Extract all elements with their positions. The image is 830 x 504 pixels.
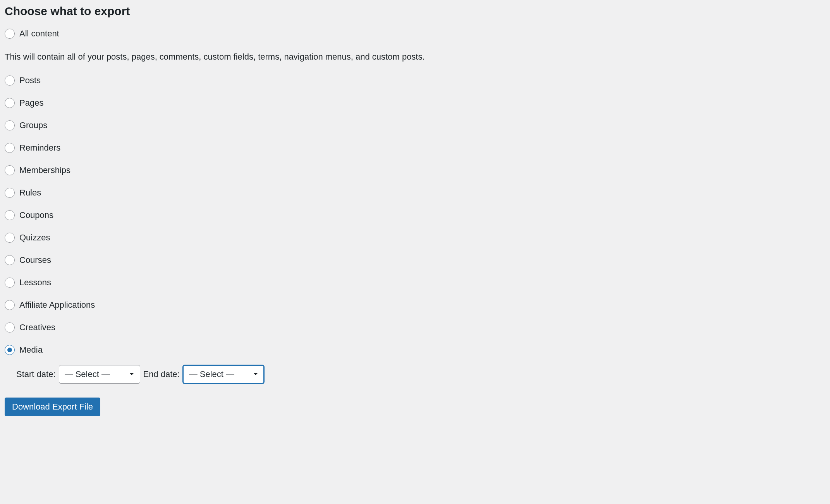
radio-groups[interactable] (5, 120, 15, 130)
radio-row-courses: Courses (5, 255, 830, 265)
radio-creatives[interactable] (5, 322, 15, 333)
label-all-content[interactable]: All content (19, 29, 59, 39)
download-export-button[interactable]: Download Export File (5, 398, 100, 416)
radio-row-reminders: Reminders (5, 143, 830, 153)
label-groups[interactable]: Groups (19, 120, 47, 130)
start-date-select[interactable]: — Select — (59, 365, 140, 384)
export-heading: Choose what to export (5, 5, 830, 18)
radio-reminders[interactable] (5, 143, 15, 153)
label-reminders[interactable]: Reminders (19, 143, 60, 153)
label-lessons[interactable]: Lessons (19, 278, 51, 288)
radio-row-all-content: All content (5, 29, 830, 39)
end-date-select[interactable]: — Select — (183, 365, 264, 384)
start-date-select-wrap: — Select — (59, 365, 140, 384)
radio-row-pages: Pages (5, 98, 830, 108)
label-quizzes[interactable]: Quizzes (19, 233, 50, 243)
radio-lessons[interactable] (5, 278, 15, 288)
label-creatives[interactable]: Creatives (19, 322, 55, 333)
all-content-description: This will contain all of your posts, pag… (5, 51, 830, 63)
radio-media[interactable] (5, 345, 15, 355)
radio-posts[interactable] (5, 75, 15, 86)
radio-all-content[interactable] (5, 29, 15, 39)
radio-rules[interactable] (5, 188, 15, 198)
radio-coupons[interactable] (5, 210, 15, 220)
radio-row-memberships: Memberships (5, 165, 830, 175)
radio-pages[interactable] (5, 98, 15, 108)
label-courses[interactable]: Courses (19, 255, 51, 265)
radio-memberships[interactable] (5, 165, 15, 175)
start-date-label: Start date: (16, 369, 56, 379)
label-memberships[interactable]: Memberships (19, 165, 70, 175)
radio-row-lessons: Lessons (5, 278, 830, 288)
radio-row-posts: Posts (5, 75, 830, 86)
end-date-select-wrap: — Select — (183, 365, 264, 384)
radio-quizzes[interactable] (5, 233, 15, 243)
label-rules[interactable]: Rules (19, 188, 41, 198)
radio-row-rules: Rules (5, 188, 830, 198)
date-filters: Start date: — Select — End date: — Selec… (16, 365, 830, 384)
radio-affiliate-applications[interactable] (5, 300, 15, 310)
radio-courses[interactable] (5, 255, 15, 265)
label-media[interactable]: Media (19, 345, 43, 355)
label-pages[interactable]: Pages (19, 98, 43, 108)
radio-row-coupons: Coupons (5, 210, 830, 220)
radio-row-media: Media (5, 345, 830, 355)
end-date-label: End date: (143, 369, 180, 379)
label-affiliate-applications[interactable]: Affiliate Applications (19, 300, 95, 310)
label-coupons[interactable]: Coupons (19, 210, 53, 220)
radio-row-affiliate-applications: Affiliate Applications (5, 300, 830, 310)
label-posts[interactable]: Posts (19, 75, 41, 86)
radio-row-quizzes: Quizzes (5, 233, 830, 243)
radio-row-groups: Groups (5, 120, 830, 130)
radio-row-creatives: Creatives (5, 322, 830, 333)
